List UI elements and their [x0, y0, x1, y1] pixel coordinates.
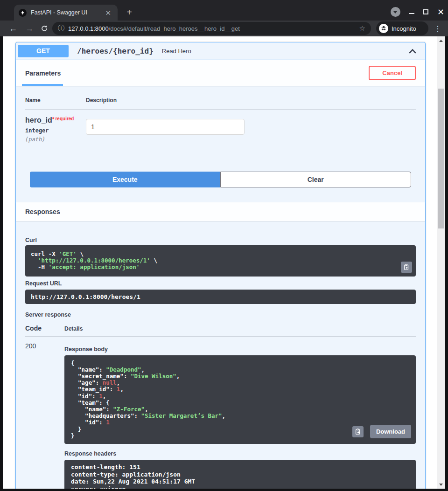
- column-description: Description: [86, 97, 416, 104]
- param-name: hero_id*required: [25, 116, 86, 124]
- url-host: 127.0.0.1:8000: [68, 25, 109, 32]
- opblock-get-heroes: GET /heroes/{hero_id} Read Hero Paramete…: [15, 42, 426, 489]
- browser-tab-strip: FastAPI - Swagger UI ✕ + ✕: [0, 0, 448, 21]
- browser-tab[interactable]: FastAPI - Swagger UI ✕: [14, 5, 118, 21]
- opblock-summary[interactable]: GET /heroes/{hero_id} Read Hero: [16, 42, 425, 60]
- site-info-icon[interactable]: ⓘ: [58, 24, 64, 33]
- window-close-icon[interactable]: ✕: [437, 8, 444, 16]
- incognito-badge: Incognito: [376, 21, 428, 35]
- clear-button[interactable]: Clear: [220, 172, 412, 187]
- request-url-block: http://127.0.0.1:8000/heroes/1: [25, 290, 416, 304]
- window-maximize-icon[interactable]: [423, 9, 428, 14]
- response-body-block: { "name": "Deadpond", "secret_name": "Di…: [64, 355, 416, 444]
- parameter-row: hero_id*required integer (path): [25, 110, 416, 143]
- page-scrollbar[interactable]: [437, 36, 445, 489]
- tab-search-icon[interactable]: [391, 7, 400, 17]
- response-body-label: Response body: [64, 346, 416, 353]
- incognito-label: Incognito: [392, 25, 416, 32]
- endpoint-summary: Read Hero: [162, 48, 408, 55]
- tab-title: FastAPI - Swagger UI: [31, 9, 103, 16]
- status-code: 200: [25, 342, 64, 489]
- responses-title: Responses: [25, 208, 60, 215]
- hero-id-input[interactable]: [86, 119, 245, 135]
- param-type: integer: [25, 127, 86, 134]
- execute-button[interactable]: Execute: [30, 172, 220, 187]
- download-button[interactable]: Download: [370, 425, 411, 438]
- url-path: /docs#/default/read_hero_heroes__hero_id…: [109, 25, 240, 32]
- column-code: Code: [25, 325, 64, 332]
- request-url-label: Request URL: [25, 280, 416, 287]
- column-details: Details: [64, 325, 416, 332]
- forward-icon[interactable]: →: [23, 21, 35, 36]
- method-badge: GET: [18, 45, 69, 57]
- back-icon[interactable]: ←: [7, 21, 19, 36]
- response-headers-block: content-length: 151content-type: applica…: [64, 460, 416, 489]
- scroll-up-icon[interactable]: [437, 37, 445, 44]
- new-tab-button[interactable]: +: [123, 6, 135, 18]
- browser-menu-icon[interactable]: ⋮: [433, 21, 442, 35]
- fastapi-favicon-icon: [19, 9, 27, 17]
- response-headers-label: Response headers: [64, 450, 416, 457]
- parameters-header: Parameters Cancel: [16, 60, 425, 86]
- request-url-value: http://127.0.0.1:8000/heroes/1: [31, 293, 140, 300]
- server-response-label: Server response: [25, 311, 416, 318]
- column-name: Name: [25, 97, 86, 104]
- copy-curl-button[interactable]: [401, 262, 412, 273]
- bookmark-star-icon[interactable]: ☆: [359, 24, 365, 33]
- responses-header: Responses: [16, 202, 425, 221]
- responses-body: Curl curl -X 'GET' \ 'http://127.0.0.1:8…: [16, 221, 425, 489]
- copy-response-button[interactable]: [352, 426, 364, 437]
- window-minimize-icon[interactable]: [409, 13, 414, 14]
- url-text[interactable]: 127.0.0.1:8000/docs#/default/read_hero_h…: [68, 25, 356, 32]
- scroll-down-icon[interactable]: [437, 481, 445, 488]
- curl-command-block: curl -X 'GET' \ 'http://127.0.0.1:8000/h…: [25, 245, 416, 277]
- collapse-chevron-icon[interactable]: [408, 48, 417, 55]
- scrollbar-thumb[interactable]: [438, 89, 444, 228]
- active-tab-underline: [22, 84, 63, 86]
- tab-close-icon[interactable]: ✕: [103, 9, 113, 16]
- page-content: GET /heroes/{hero_id} Read Hero Paramete…: [3, 36, 445, 489]
- url-bar[interactable]: ⓘ 127.0.0.1:8000/docs#/default/read_hero…: [52, 22, 371, 35]
- cancel-button[interactable]: Cancel: [369, 66, 416, 80]
- server-response-row: 200 Response body { "name": "Deadpond", …: [25, 337, 416, 489]
- reload-icon[interactable]: [38, 21, 50, 36]
- incognito-icon: [379, 24, 388, 33]
- parameters-body: Name Description hero_id*required intege…: [16, 86, 425, 202]
- required-label: required: [55, 116, 74, 121]
- param-location: (path): [25, 136, 86, 143]
- browser-toolbar: ← → ⓘ 127.0.0.1:8000/docs#/default/read_…: [0, 21, 448, 36]
- endpoint-path: /heroes/{hero_id}: [77, 47, 154, 55]
- curl-label: Curl: [25, 237, 416, 243]
- required-star: *: [52, 116, 55, 123]
- parameters-title: Parameters: [25, 69, 61, 77]
